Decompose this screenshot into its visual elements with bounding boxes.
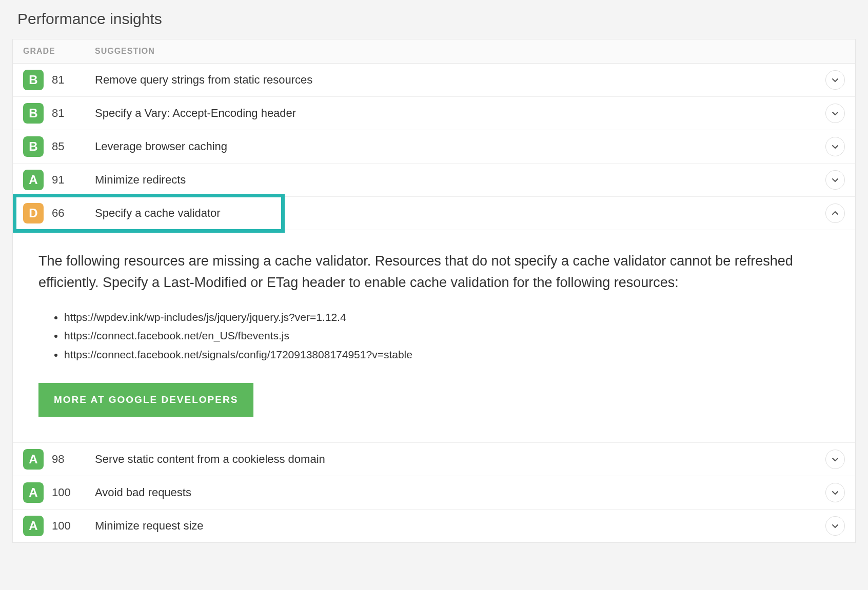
toggle-cell [819,450,845,469]
suggestion-text: Specify a cache validator [95,207,819,220]
toggle-cell [819,137,845,156]
chevron-down-icon [831,109,839,117]
chevron-down-icon [831,522,839,530]
expand-toggle[interactable] [825,204,845,223]
toggle-cell [819,70,845,90]
chevron-down-icon [831,143,839,151]
expand-toggle[interactable] [825,137,845,156]
table-row[interactable]: A100Avoid bad requests [13,476,855,510]
suggestion-text: Minimize redirects [95,173,819,187]
grade-cell: B85 [23,136,95,157]
suggestion-text: Avoid bad requests [95,486,819,499]
grade-badge: B [23,103,44,124]
chevron-up-icon [831,209,839,217]
insights-table: GRADE SUGGESTION B81Remove query strings… [12,39,856,543]
table-row[interactable]: A100Minimize request size [13,510,855,542]
toggle-cell [819,170,845,190]
chevron-down-icon [831,76,839,84]
toggle-cell [819,204,845,223]
table-row[interactable]: A98Serve static content from a cookieles… [13,443,855,476]
chevron-down-icon [831,489,839,497]
grade-badge: A [23,170,44,190]
grade-score: 85 [52,140,64,153]
table-row[interactable]: B85Leverage browser caching [13,130,855,164]
grade-badge: B [23,136,44,157]
chevron-down-icon [831,455,839,463]
resource-item: https://connect.facebook.net/en_US/fbeve… [64,327,830,345]
table-row[interactable]: B81Specify a Vary: Accept-Encoding heade… [13,97,855,130]
expand-toggle[interactable] [825,450,845,469]
chevron-down-icon [831,176,839,184]
grade-badge: A [23,449,44,470]
suggestion-text: Remove query strings from static resourc… [95,73,819,87]
grade-score: 81 [52,107,64,120]
panel-title: Performance insights [17,10,856,28]
grade-score: 100 [52,519,71,533]
suggestion-text: Serve static content from a cookieless d… [95,453,819,466]
grade-cell: A91 [23,170,95,190]
grade-score: 91 [52,173,64,187]
grade-cell: D66 [23,203,95,223]
grade-score: 66 [52,207,64,220]
grade-cell: B81 [23,70,95,90]
expand-toggle[interactable] [825,483,845,502]
resource-item: https://connect.facebook.net/signals/con… [64,345,830,364]
grade-cell: B81 [23,103,95,124]
suggestion-text: Specify a Vary: Accept-Encoding header [95,107,819,120]
resource-item: https://wpdev.ink/wp-includes/js/jquery/… [64,308,830,327]
expand-toggle[interactable] [825,516,845,536]
grade-badge: A [23,516,44,536]
toggle-cell [819,104,845,123]
header-grade: GRADE [23,47,95,56]
grade-badge: A [23,482,44,503]
toggle-cell [819,516,845,536]
more-developers-button[interactable]: MORE AT GOOGLE DEVELOPERS [38,383,253,417]
suggestion-text: Minimize request size [95,519,819,533]
table-row[interactable]: A91Minimize redirects [13,164,855,197]
table-row[interactable]: D66Specify a cache validator [13,197,855,230]
expand-toggle[interactable] [825,70,845,90]
header-suggestion: SUGGESTION [95,47,845,56]
table-header: GRADE SUGGESTION [13,39,855,64]
expanded-description: The following resources are missing a ca… [38,251,830,294]
table-row[interactable]: B81Remove query strings from static reso… [13,64,855,97]
grade-score: 98 [52,453,64,466]
resource-list: https://wpdev.ink/wp-includes/js/jquery/… [38,308,830,364]
expand-toggle[interactable] [825,104,845,123]
toggle-cell [819,483,845,502]
grade-score: 100 [52,486,71,499]
expand-toggle[interactable] [825,170,845,190]
grade-cell: A98 [23,449,95,470]
grade-score: 81 [52,73,64,87]
expanded-details: The following resources are missing a ca… [13,230,855,443]
grade-badge: D [23,203,44,223]
grade-badge: B [23,70,44,90]
grade-cell: A100 [23,516,95,536]
grade-cell: A100 [23,482,95,503]
suggestion-text: Leverage browser caching [95,140,819,153]
